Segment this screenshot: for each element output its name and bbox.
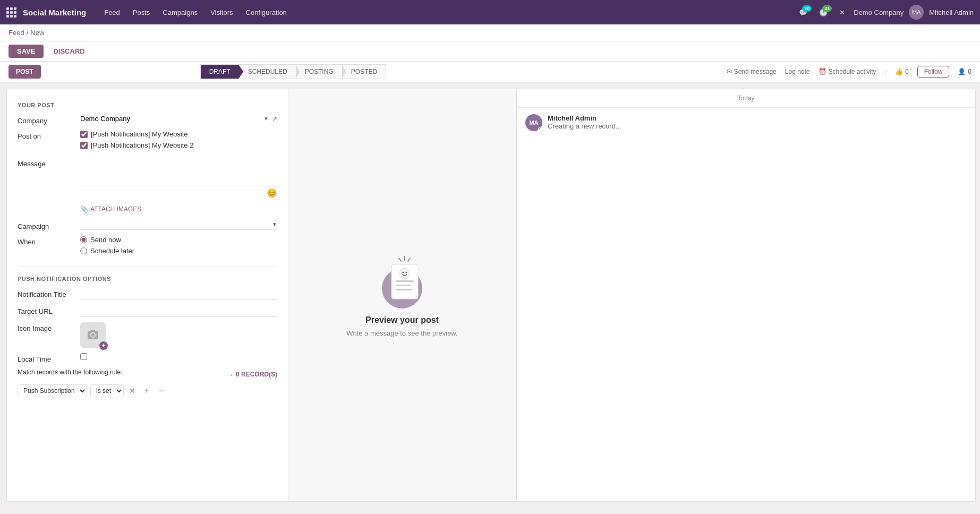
schedule-later-label: Schedule later — [90, 247, 134, 255]
paperclip-icon: 📎 — [80, 205, 88, 213]
chatter-date-header: Today — [517, 89, 975, 108]
filter-field-select[interactable]: Push Subscription — [18, 384, 87, 397]
your-post-section-label: Your Post — [18, 102, 277, 108]
activities-button[interactable]: 🕐 31 — [816, 6, 831, 19]
menu-posts[interactable]: Posts — [127, 5, 156, 20]
action-bar: SAVE DISCARD — [0, 41, 980, 62]
close-icon: ✕ — [839, 8, 845, 16]
post-tab-button[interactable]: POST — [8, 65, 41, 79]
when-options: Send now Schedule later — [80, 236, 277, 258]
when-send-now: Send now — [80, 236, 277, 244]
post-on-item-1: [Push Notifications] My Website — [80, 130, 277, 138]
svg-point-6 — [403, 271, 404, 273]
schedule-later-radio[interactable] — [80, 247, 87, 254]
campaign-field-row: Campaign ▼ — [18, 220, 277, 230]
filter-operator-select[interactable]: is set — [90, 384, 124, 397]
preview-panel: Preview your post Write a message to see… — [288, 89, 516, 501]
menu-visitors[interactable]: Visitors — [205, 5, 238, 20]
messages-button[interactable]: 💬 10 — [796, 6, 811, 19]
preview-svg — [376, 251, 429, 310]
chatter-user-name: Mitchell Admin — [548, 114, 621, 122]
when-field-row: When Send now Schedule later — [18, 236, 277, 258]
company-input[interactable] — [80, 115, 260, 123]
campaign-dropdown-arrow[interactable]: ▼ — [272, 221, 277, 227]
post-on-field-row: Post on [Push Notifications] My Website … — [18, 130, 277, 152]
save-button[interactable]: SAVE — [8, 45, 44, 58]
follow-button[interactable]: Follow — [917, 66, 950, 78]
company-external-link[interactable]: ↗ — [272, 115, 277, 123]
company-value: ▼ ↗ — [80, 115, 277, 124]
discard-button[interactable]: DISCARD — [48, 45, 90, 58]
emoji-icon[interactable]: 😊 — [267, 188, 277, 198]
main-menu: Feed Posts Campaigns Visitors Configurat… — [99, 5, 791, 20]
form-left: Your Post Company ▼ ↗ Post on — [7, 89, 288, 501]
close-button[interactable]: ✕ — [836, 6, 848, 19]
target-url-input[interactable] — [80, 305, 277, 317]
chatter-entry: MA Mitchell Admin Creating a new record.… — [517, 108, 975, 138]
breadcrumb-parent[interactable]: Feed — [8, 29, 24, 37]
stage-scheduled[interactable]: SCHEDULED — [239, 64, 296, 79]
icon-image-upload[interactable]: + — [80, 322, 106, 348]
record-count: 0 RECORD(S) — [236, 371, 277, 378]
menu-campaigns[interactable]: Campaigns — [157, 5, 203, 20]
company-dropdown-arrow[interactable]: ▼ — [263, 116, 269, 122]
svg-point-5 — [399, 268, 410, 279]
svg-line-10 — [399, 258, 401, 261]
send-message-button[interactable]: ✉ Send message — [727, 68, 777, 75]
icon-image-field-row: Icon Image + — [18, 322, 277, 348]
filter-more-button[interactable]: ⋯ — [156, 385, 167, 396]
avatar-initials: MA — [912, 9, 921, 15]
stage-posted[interactable]: POSTED — [342, 64, 386, 79]
local-time-field-row: Local Time — [18, 353, 277, 363]
post-tab-bar: POST DRAFT SCHEDULED POSTING POSTED ✉ Se… — [0, 62, 980, 82]
menu-feed[interactable]: Feed — [99, 5, 125, 20]
icon-image-value: + — [80, 322, 277, 348]
like-icon: 👍 — [895, 68, 903, 75]
log-note-button[interactable]: Log note — [785, 68, 810, 75]
local-time-checkbox[interactable] — [80, 353, 87, 360]
notification-title-label: Notification Title — [18, 288, 76, 298]
filter-remove-button[interactable]: ✕ — [127, 385, 138, 396]
post-on-checkbox-1[interactable] — [80, 131, 88, 138]
user-avatar[interactable]: MA — [909, 5, 924, 20]
notification-title-value — [80, 288, 277, 300]
send-now-label: Send now — [90, 236, 121, 244]
svg-point-7 — [406, 271, 407, 273]
target-url-value — [80, 305, 277, 317]
main-content: Your Post Company ▼ ↗ Post on — [0, 82, 980, 508]
app-name: Social Marketing — [23, 8, 86, 17]
filter-add-button[interactable]: ＋ — [141, 385, 152, 397]
status-stages: DRAFT SCHEDULED POSTING POSTED — [200, 64, 386, 79]
post-on-label: Post on — [18, 130, 76, 140]
preview-title: Preview your post — [365, 315, 439, 325]
send-now-radio[interactable] — [80, 236, 87, 243]
post-tab-left: POST — [8, 62, 41, 82]
record-count-wrap: → 0 RECORD(S) — [227, 371, 277, 379]
message-value: 😊 — [80, 158, 277, 198]
likes-button[interactable]: 👍 0 — [895, 68, 909, 75]
svg-rect-3 — [396, 285, 411, 286]
company-field-row: Company ▼ ↗ — [18, 115, 277, 125]
breadcrumb-separator: / — [27, 29, 29, 37]
campaign-label: Campaign — [18, 220, 76, 230]
post-on-item-2: [Push Notifications] My Website 2 — [80, 141, 277, 149]
apps-grid-icon[interactable] — [6, 7, 16, 18]
stage-draft[interactable]: DRAFT — [200, 64, 240, 79]
breadcrumb-current: New — [30, 29, 44, 37]
notification-title-input[interactable] — [80, 288, 277, 300]
attach-images-button[interactable]: 📎 ATTACH IMAGES — [80, 203, 141, 215]
app-logo: Social Marketing — [23, 8, 86, 17]
followers-button[interactable]: 👤 0 — [958, 68, 972, 75]
company-select-wrap: ▼ ↗ — [80, 115, 277, 124]
breadcrumb: Feed / New — [0, 24, 980, 41]
menu-configuration[interactable]: Configuration — [241, 5, 292, 20]
post-on-checkbox-2[interactable] — [80, 142, 88, 149]
campaign-input[interactable] — [80, 220, 270, 228]
user-name: Mitchell Admin — [929, 8, 974, 16]
message-textarea[interactable] — [80, 158, 277, 186]
message-wrap: 😊 — [80, 158, 277, 188]
stage-posting[interactable]: POSTING — [296, 64, 343, 79]
messages-badge: 10 — [802, 5, 812, 12]
camera-icon — [87, 329, 99, 341]
schedule-activity-button[interactable]: ⏰ Schedule activity — [819, 68, 876, 75]
